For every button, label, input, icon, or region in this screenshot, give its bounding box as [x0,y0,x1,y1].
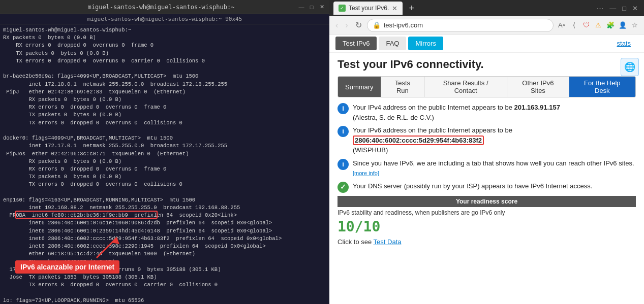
terminal-subtitle: miguel-santos-wh@miguel-santos-wisphub:~… [0,14,329,24]
maximize-button[interactable]: □ [308,4,315,11]
terminal-content: miguel-santos-wh@miguel-santos-wisphub:~… [3,26,326,304]
favorites-button[interactable]: ☆ [630,20,640,30]
more-info-link[interactable]: [more info] [353,170,379,176]
score-display: 10/10 [338,218,636,235]
tab-help-desk[interactable]: For the Help Desk [569,77,635,97]
terminal-title: miguel-santos-wh@miguel-santos-wisphub:~ [24,4,298,11]
click-test-label: Click to see [338,238,372,246]
new-tab-button[interactable]: + [406,3,417,14]
nav-mirrors[interactable]: Mirrors [408,37,443,50]
terminal-panel: miguel-santos-wh@miguel-santos-wisphub:~… [0,0,329,304]
browser-close-button[interactable]: ✕ [630,4,640,13]
page-title: Test your IPv6 connectivity. [338,58,636,71]
info-items: i Your IPv4 address on the public Intern… [338,103,636,193]
test-data-link[interactable]: Test Data [374,238,402,246]
back-button[interactable]: ‹ [333,20,340,31]
profile-button[interactable]: 👤 [618,20,628,30]
browser-minimize-button[interactable]: — [607,4,618,13]
browser-more-button[interactable]: ⋯ [595,4,605,13]
terminal-controls: — □ ✕ [298,4,325,11]
tab-tests-run[interactable]: Tests Run [381,77,424,97]
ipv6-address-highlight: 2806:40c:6002:cccc:5d29:954f:4b63:83f2 [353,136,484,145]
tab-favicon: ✓ [339,5,346,12]
nav-faq[interactable]: FAQ [379,37,406,50]
website-content: Test your IPv6 connectivity. 🌐 Summary T… [329,53,644,304]
nav-test-ipv6[interactable]: Test IPv6 [335,37,377,50]
minimize-button[interactable]: — [298,4,305,11]
info-icon-ipv6: i [338,126,349,137]
readiness-desc: IPv6 stability and readiness, when publi… [338,209,636,216]
dns-text: Your DNS server (possibly run by your IS… [353,181,592,191]
browser-window-controls: ⋯ — □ ✕ [595,4,640,13]
tab-title: Test your IPv6. [349,5,389,12]
info-icon-dns: ✓ [338,182,349,193]
browser-tab[interactable]: ✓ Test your IPv6. ✕ [333,2,403,15]
test-data-row: Click to see Test Data [338,238,636,246]
browser-titlebar: ✓ Test your IPv6. ✕ + ⋯ — □ ✕ [329,0,644,16]
site-navigation: Test IPv6 FAQ Mirrors stats [329,35,644,53]
nav-stats[interactable]: stats [610,37,638,50]
address-bar[interactable]: 🔒 test-ipv6.com [367,19,554,32]
info-icon-ipv4: i [338,103,349,114]
info-icon-tab: i [338,159,349,170]
tab-other-ipv6[interactable]: Other IPv6 Sites [507,77,569,97]
translate-symbol: 🌐 [624,61,635,73]
close-button[interactable]: ✕ [318,4,325,11]
dns-info-item: ✓ Your DNS server (possibly run by your … [338,181,636,193]
forward-button[interactable]: › [343,20,350,31]
browser-maximize-button[interactable]: □ [620,4,628,13]
ipv6-info-item: i Your IPv6 address on the public Intern… [338,125,636,155]
ipv6-text: Your IPv6 address on the public Internet… [353,125,512,155]
tab-close-button[interactable]: ✕ [392,5,397,12]
warning-icon: ⚠ [593,20,603,30]
browser-extensions: AA ⟨ 🛡 ⚠ 🧩 👤 ☆ [557,20,640,30]
security-icon: 🔒 [373,21,381,29]
extension-button[interactable]: 🧩 [605,20,616,30]
translate-icon[interactable]: 🌐 [621,58,639,76]
browser-panel: ✓ Test your IPv6. ✕ + ⋯ — □ ✕ ‹ › ↻ 🔒 te… [329,0,644,304]
website-wrapper: Test IPv6 FAQ Mirrors stats Test your IP… [329,35,644,304]
tab-share-results[interactable]: Share Results / Contact [424,77,507,97]
url-text: test-ipv6.com [384,21,423,29]
terminal-body: miguel-santos-wh@miguel-santos-wisphub:~… [0,24,329,304]
ipv4-text: Your IPv4 address on the public Internet… [353,103,560,122]
translate-button[interactable]: AA [557,20,567,30]
share-button[interactable]: ⟨ [569,20,579,30]
ipv6-tab-info-item: i Since you have IPv6, we are including … [338,158,636,178]
shield-icon: 🛡 [581,20,591,30]
browser-toolbar: ‹ › ↻ 🔒 test-ipv6.com AA ⟨ 🛡 ⚠ 🧩 👤 ☆ [329,16,644,35]
readiness-bar: Your readiness score [338,196,636,207]
ipv6-tab-text: Since you have IPv6, we are including a … [353,158,636,178]
content-tabs: Summary Tests Run Share Results / Contac… [338,76,636,97]
ipv4-info-item: i Your IPv4 address on the public Intern… [338,103,636,122]
tab-summary[interactable]: Summary [338,77,381,97]
terminal-titlebar: miguel-santos-wh@miguel-santos-wisphub:~… [0,0,329,14]
reload-button[interactable]: ↻ [353,19,364,31]
